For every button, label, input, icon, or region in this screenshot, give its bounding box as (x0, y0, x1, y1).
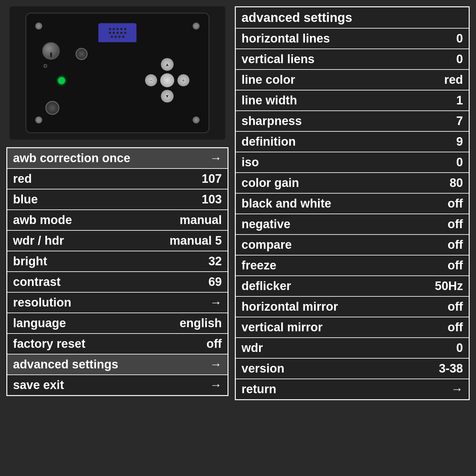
right-menu-row[interactable]: black and whiteoff (235, 193, 469, 214)
left-menu-value: 32 (155, 251, 228, 272)
right-menu-value: 50Hz (406, 276, 469, 296)
left-menu-label: contrast (7, 272, 155, 292)
left-menu-value: manual 5 (155, 230, 228, 251)
right-menu-label: negative (235, 214, 406, 235)
left-menu-value: english (155, 313, 228, 334)
camera-body: ☼ ▲ − + ▼ (25, 13, 209, 133)
right-menu-row[interactable]: definition9 (235, 131, 469, 152)
left-menu-row[interactable]: awb correction once→ (7, 148, 228, 169)
right-menu-row[interactable]: freezeoff (235, 255, 469, 276)
left-menu-row[interactable]: languageenglish (7, 313, 228, 334)
left-menu-row[interactable]: save exit→ (7, 375, 228, 396)
left-menu-row[interactable]: factory resetoff (7, 334, 228, 354)
knob (42, 42, 60, 60)
screw-bl (35, 116, 42, 123)
camera-container: ☼ ▲ − + ▼ (10, 6, 225, 140)
right-settings-table: advanced settingshorizontal lines0vertic… (235, 6, 470, 400)
left-menu-row[interactable]: blue103 (7, 189, 228, 210)
right-menu-row[interactable]: compareoff (235, 235, 469, 255)
left-menu-row[interactable]: awb modemanual (7, 210, 228, 230)
right-menu-value: 0 (406, 152, 469, 173)
right-menu-label: deflicker (235, 276, 406, 296)
left-menu-label: bright (7, 251, 155, 272)
right-menu-row[interactable]: horizontal mirroroff (235, 296, 469, 317)
right-panel: advanced settingshorizontal lines0vertic… (235, 0, 476, 400)
right-menu-row[interactable]: negativeoff (235, 214, 469, 235)
right-menu-row[interactable]: vertical mirroroff (235, 317, 469, 338)
vga-dots-row2 (109, 32, 126, 34)
right-menu-title: advanced settings (235, 7, 469, 29)
right-menu-row[interactable]: deflicker50Hz (235, 276, 469, 296)
right-menu-row[interactable]: horizontal lines0 (235, 28, 469, 49)
right-menu-value: red (406, 69, 469, 90)
vga-dots-row3 (111, 36, 124, 38)
right-menu-row[interactable]: vertical liens0 (235, 49, 469, 69)
screw-tr (193, 23, 200, 30)
left-menu-table: awb correction once→red107blue103awb mod… (6, 147, 228, 396)
right-menu-row[interactable]: version3-38 (235, 358, 469, 379)
sun-icon: ☼ (42, 61, 51, 70)
right-menu-value: 0 (406, 338, 469, 358)
left-menu-label: blue (7, 189, 155, 210)
right-menu-label: definition (235, 131, 406, 152)
left-menu-label: save exit (7, 375, 155, 396)
right-menu-value: off (406, 235, 469, 255)
nav-left-button[interactable]: − (145, 74, 157, 86)
right-menu-label: line color (235, 69, 406, 90)
dc-port (45, 101, 59, 115)
left-menu-label: awb correction once (7, 148, 155, 169)
right-menu-row[interactable]: sharpness7 (235, 111, 469, 131)
right-menu-value: 3-38 (406, 358, 469, 379)
left-menu-row[interactable]: red107 (7, 169, 228, 189)
right-menu-row[interactable]: return→ (235, 379, 469, 400)
nav-down-button[interactable]: ▼ (161, 90, 174, 102)
right-menu-value: 7 (406, 111, 469, 131)
left-menu-value: 107 (155, 169, 228, 189)
left-menu-value: → (155, 354, 228, 375)
left-menu-row[interactable]: bright32 (7, 251, 228, 272)
right-menu-label: horizontal mirror (235, 296, 406, 317)
right-menu-value: off (406, 214, 469, 235)
left-menu-value: off (155, 334, 228, 354)
vga-port (98, 23, 136, 42)
right-menu-row[interactable]: iso0 (235, 152, 469, 173)
left-menu-label: language (7, 313, 155, 334)
right-menu-value: → (406, 379, 469, 400)
screw-br (193, 116, 200, 123)
left-menu-label: red (7, 169, 155, 189)
right-menu-row[interactable]: wdr0 (235, 338, 469, 358)
right-menu-label: horizontal lines (235, 28, 406, 49)
left-menu-row[interactable]: wdr / hdrmanual 5 (7, 230, 228, 251)
right-menu-label: compare (235, 235, 406, 255)
right-menu-label: iso (235, 152, 406, 173)
left-menu-label: factory reset (7, 334, 155, 354)
nav-up-button[interactable]: ▲ (161, 58, 174, 71)
left-panel: ☼ ▲ − + ▼ awb co (0, 0, 235, 396)
right-menu-label: version (235, 358, 406, 379)
right-menu-label: vertical liens (235, 49, 406, 69)
left-menu-row[interactable]: contrast69 (7, 272, 228, 292)
left-menu-value: → (155, 148, 228, 169)
left-menu-row[interactable]: advanced settings→ (7, 354, 228, 375)
right-menu-row[interactable]: color gain80 (235, 173, 469, 193)
nav-buttons: ▲ − + ▼ (145, 58, 189, 102)
nav-center-button[interactable] (160, 73, 174, 87)
left-menu-row[interactable]: resolution→ (7, 292, 228, 313)
right-menu-value: off (406, 255, 469, 276)
right-menu-value: 80 (406, 173, 469, 193)
right-menu-label: color gain (235, 173, 406, 193)
left-menu-value: → (155, 375, 228, 396)
right-menu-value: off (406, 193, 469, 214)
right-menu-row[interactable]: line width1 (235, 90, 469, 111)
right-menu-value: 0 (406, 28, 469, 49)
right-menu-label: sharpness (235, 111, 406, 131)
right-menu-label: vertical mirror (235, 317, 406, 338)
led-port (76, 48, 88, 60)
left-menu-value: manual (155, 210, 228, 230)
left-menu-label: wdr / hdr (7, 230, 155, 251)
right-menu-value: 9 (406, 131, 469, 152)
led-light (58, 77, 65, 84)
right-menu-row[interactable]: line colorred (235, 69, 469, 90)
nav-right-button[interactable]: + (177, 74, 189, 86)
left-menu-value: 69 (155, 272, 228, 292)
